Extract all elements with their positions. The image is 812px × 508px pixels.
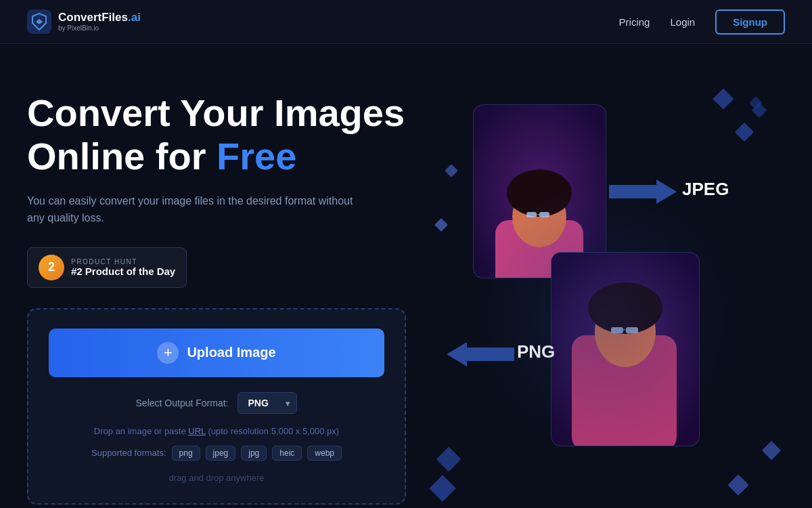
headline-line1: Convert Your Images xyxy=(27,91,405,134)
format-tag-jpg: jpg xyxy=(241,446,267,461)
format-tag-webp: webp xyxy=(307,446,342,461)
headline: Convert Your Images Online for Free xyxy=(27,91,433,179)
format-label: Select Output Format: xyxy=(136,398,229,408)
drop-hint: Drop an image or paste URL (upto resolut… xyxy=(49,426,384,436)
svg-rect-30 xyxy=(727,474,748,495)
svg-rect-28 xyxy=(735,123,754,142)
illustration: JPEG PNG xyxy=(426,85,785,508)
signup-button[interactable]: Signup xyxy=(715,9,785,35)
logo-title: ConvertFiles.ai xyxy=(58,12,141,24)
url-link[interactable]: URL xyxy=(188,426,206,436)
headline-line2-prefix: Online for xyxy=(27,135,217,177)
upload-button[interactable]: + Upload Image xyxy=(49,329,384,377)
ph-text: PRODUCT HUNT #2 Product of the Day xyxy=(71,258,175,277)
svg-rect-31 xyxy=(436,447,461,472)
drag-hint: drag and drop anywhere xyxy=(49,473,384,483)
navbar: ConvertFiles.ai by PixelBin.io Pricing L… xyxy=(0,0,812,44)
nav-right: Pricing Login Signup xyxy=(619,9,785,35)
supported-formats-row: Supported formats: png jpeg jpg heic web… xyxy=(49,446,384,461)
product-hunt-badge[interactable]: 2 PRODUCT HUNT #2 Product of the Day xyxy=(27,247,187,288)
svg-text:JPEG: JPEG xyxy=(682,179,729,199)
right-column: JPEG PNG xyxy=(433,85,785,508)
ph-label: PRODUCT HUNT xyxy=(71,258,175,266)
logo[interactable]: ConvertFiles.ai by PixelBin.io xyxy=(27,9,141,34)
pricing-link[interactable]: Pricing xyxy=(619,16,650,28)
left-column: Convert Your Images Online for Free You … xyxy=(27,85,433,505)
format-row: Select Output Format: PNG JPEG WEBP JPG … xyxy=(49,392,384,414)
drop-hint-suffix: (upto resolution 5,000 x 5,000 px) xyxy=(206,426,339,436)
main-content: Convert Your Images Online for Free You … xyxy=(0,44,812,508)
ph-medal: 2 xyxy=(39,255,64,280)
upload-button-label: Upload Image xyxy=(187,345,275,360)
plus-icon: + xyxy=(157,342,179,364)
logo-icon xyxy=(27,9,51,34)
format-tag-jpeg: jpeg xyxy=(206,446,236,461)
supported-label: Supported formats: xyxy=(91,448,166,458)
format-tag-png: png xyxy=(172,446,200,461)
headline-free: Free xyxy=(217,135,296,177)
svg-point-9 xyxy=(512,179,537,204)
upload-box: + Upload Image Select Output Format: PNG… xyxy=(27,308,406,505)
bg-glow xyxy=(470,183,741,454)
format-select-wrap[interactable]: PNG JPEG WEBP JPG HEIC xyxy=(238,392,297,414)
logo-sub: by PixelBin.io xyxy=(58,24,141,32)
ph-rank: #2 Product of the Day xyxy=(71,266,175,277)
drop-hint-prefix: Drop an image or paste xyxy=(94,426,188,436)
hero-subtext: You can easily convert your image files … xyxy=(27,192,365,227)
format-select[interactable]: PNG JPEG WEBP JPG HEIC xyxy=(238,392,297,414)
svg-rect-32 xyxy=(445,164,458,177)
login-link[interactable]: Login xyxy=(670,16,695,28)
format-tag-heic: heic xyxy=(272,446,302,461)
